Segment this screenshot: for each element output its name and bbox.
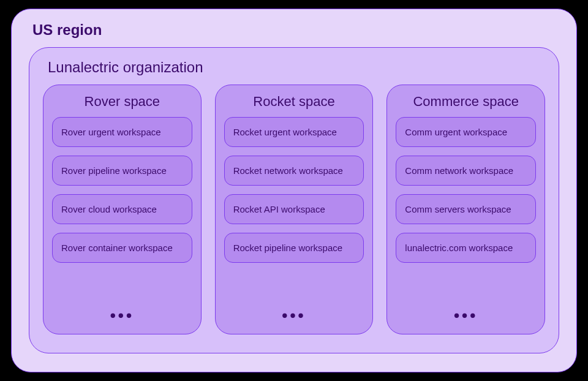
ellipsis-icon: ••• xyxy=(396,306,536,328)
region-title: US region xyxy=(29,21,559,39)
space-rocket: Rocket space Rocket urgent workspace Roc… xyxy=(215,85,374,334)
workspace-item: Comm network workspace xyxy=(396,156,536,186)
space-rover: Rover space Rover urgent workspace Rover… xyxy=(43,85,202,334)
workspace-item: Rocket API workspace xyxy=(224,194,364,224)
space-title: Rover space xyxy=(52,94,192,110)
space-commerce: Commerce space Comm urgent workspace Com… xyxy=(386,85,545,334)
workspace-item: Rocket urgent workspace xyxy=(224,117,364,147)
workspace-item: Comm servers workspace xyxy=(396,194,536,224)
ellipsis-icon: ••• xyxy=(224,306,364,328)
region-container: US region Lunalectric organization Rover… xyxy=(11,9,577,372)
workspace-item: Rover cloud workspace xyxy=(52,194,192,224)
space-title: Commerce space xyxy=(396,94,536,110)
workspace-item: Comm urgent workspace xyxy=(396,117,536,147)
workspace-item: Rover container workspace xyxy=(52,233,192,263)
organization-title: Lunalectric organization xyxy=(43,59,545,76)
workspace-item: Rover pipeline workspace xyxy=(52,156,192,186)
organization-container: Lunalectric organization Rover space Rov… xyxy=(29,47,559,353)
ellipsis-icon: ••• xyxy=(52,306,192,328)
workspace-item: Rocket pipeline workspace xyxy=(224,233,364,263)
spaces-row: Rover space Rover urgent workspace Rover… xyxy=(43,85,545,334)
workspace-item: Rover urgent workspace xyxy=(52,117,192,147)
workspace-item: lunalectric.com workspace xyxy=(396,233,536,263)
workspace-item: Rocket network workspace xyxy=(224,156,364,186)
space-title: Rocket space xyxy=(224,94,364,110)
